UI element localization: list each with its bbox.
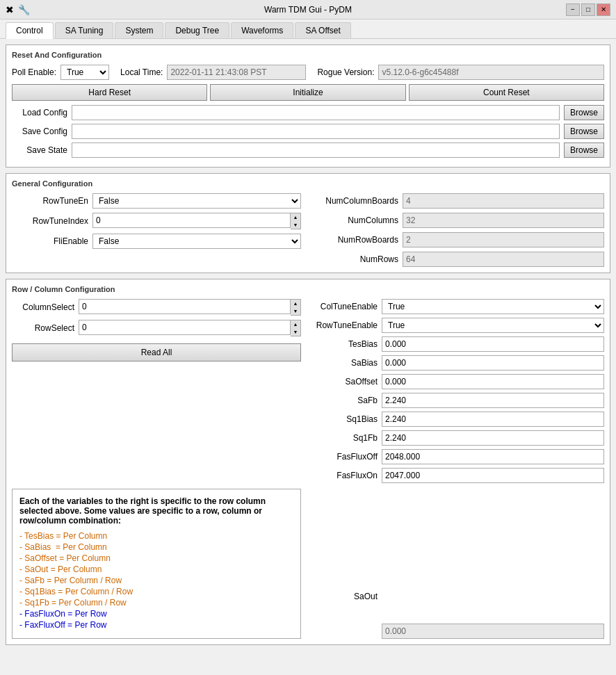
info-line-3: - SaOut = Per Column: [19, 564, 293, 574]
load-config-browse[interactable]: Browse: [564, 105, 604, 120]
column-select-spinbox: 0 ▲ ▼: [79, 299, 301, 316]
column-select-label: ColumnSelect: [12, 302, 74, 312]
row-tune-index-spinbox: 0 ▲ ▼: [92, 213, 301, 229]
window-controls: − □ ✕: [566, 3, 610, 16]
app-icon: ✖: [6, 4, 14, 15]
sq1-fb-row: Sq1Fb 2.240: [315, 430, 604, 446]
sa-offset-input[interactable]: 0.000: [382, 374, 604, 389]
info-line-0: - TesBias = Per Column: [19, 531, 293, 541]
poll-enable-row: Poll Enable: True False Local Time: 2022…: [12, 65, 604, 80]
load-config-row: Load Config Browse: [12, 105, 604, 120]
row-select-up[interactable]: ▲: [291, 320, 300, 328]
info-line-7: - FasFluxOn = Per Row: [19, 609, 293, 619]
row-tune-index-up[interactable]: ▲: [291, 213, 300, 221]
save-config-browse[interactable]: Browse: [564, 124, 604, 139]
fas-flux-off-input[interactable]: 2048.000: [382, 449, 604, 464]
col-tune-enable-label: ColTuneEnable: [315, 302, 378, 311]
num-row-boards-label: NumRowBoards: [315, 235, 398, 245]
row-tune-index-down[interactable]: ▼: [291, 221, 300, 229]
tab-control[interactable]: Control: [6, 22, 54, 39]
save-state-row: Save State Browse: [12, 143, 604, 158]
save-state-input[interactable]: [72, 143, 560, 158]
num-columns-label: NumColumns: [315, 215, 398, 225]
sa-offset-row: SaOffset 0.000: [315, 374, 604, 389]
col-tune-enable-select[interactable]: True False: [382, 299, 604, 314]
tab-debug-tree[interactable]: Debug Tree: [165, 22, 229, 38]
fli-enable-label: FliEnable: [12, 236, 88, 246]
column-select-row: ColumnSelect 0 ▲ ▼: [12, 299, 301, 316]
info-line-4: - SaFb = Per Column / Row: [19, 576, 293, 585]
row-tune-en-select[interactable]: False True: [92, 193, 301, 209]
row-select-row: RowSelect 0 ▲ ▼: [12, 320, 301, 336]
window-title: Warm TDM Gui - PyDM: [264, 5, 352, 15]
local-time-label: Local Time:: [120, 67, 163, 77]
sa-out-label: SaOut: [315, 592, 378, 601]
row-select-label: RowSelect: [12, 323, 74, 333]
general-config-grid: RowTuneEn False True RowTuneIndex 0 ▲ ▼: [12, 193, 604, 267]
sq1-bias-input[interactable]: 2.240: [382, 412, 604, 427]
sa-bias-row: SaBias 0.000: [315, 355, 604, 371]
count-reset-button[interactable]: Count Reset: [409, 84, 604, 101]
fli-enable-select[interactable]: False True: [92, 234, 301, 249]
sq1-fb-input[interactable]: 2.240: [382, 430, 604, 446]
num-column-boards-row: NumColumnBoards 4: [315, 193, 604, 209]
num-rows-row: NumRows 64: [315, 252, 604, 267]
sa-out-area: SaOut 0.000: [315, 489, 604, 639]
save-config-input[interactable]: [72, 124, 560, 139]
title-bar: ✖ 🔧 Warm TDM Gui - PyDM − □ ✕: [0, 0, 616, 19]
column-select-up[interactable]: ▲: [291, 300, 300, 307]
fli-enable-row: FliEnable False True: [12, 234, 301, 249]
row-tune-index-input[interactable]: 0: [92, 213, 291, 228]
sa-fb-input[interactable]: 2.240: [382, 393, 604, 408]
tab-system[interactable]: System: [115, 22, 163, 38]
save-state-label: Save State: [12, 145, 67, 155]
minimize-button[interactable]: −: [566, 3, 580, 16]
num-columns-row: NumColumns 32: [315, 213, 604, 228]
maximize-button[interactable]: □: [581, 3, 595, 16]
row-tune-enable-label: RowTuneEnable: [315, 320, 378, 330]
column-select-arrows: ▲ ▼: [291, 299, 301, 316]
save-state-browse[interactable]: Browse: [564, 143, 604, 158]
save-config-label: Save Config: [12, 127, 67, 136]
read-all-button[interactable]: Read All: [12, 343, 301, 361]
fas-flux-off-row: FasFluxOff 2048.000: [315, 449, 604, 464]
row-tune-en-label: RowTuneEn: [12, 196, 88, 206]
tes-bias-label: TesBias: [315, 339, 378, 349]
row-col-left: ColumnSelect 0 ▲ ▼ RowSelect 0: [12, 299, 301, 483]
load-config-label: Load Config: [12, 108, 67, 117]
general-section: General Configuration RowTuneEn False Tr…: [6, 173, 610, 273]
num-row-boards-row: NumRowBoards 2: [315, 232, 604, 247]
row-select-down[interactable]: ▼: [291, 328, 300, 336]
num-rows-value: 64: [403, 252, 604, 267]
general-section-title: General Configuration: [12, 179, 604, 188]
tab-waveforms[interactable]: Waveforms: [231, 22, 293, 38]
poll-enable-select[interactable]: True False: [60, 65, 109, 80]
row-tune-enable-row: RowTuneEnable True False: [315, 318, 604, 333]
close-button[interactable]: ✕: [597, 3, 610, 16]
fas-flux-on-input[interactable]: 2047.000: [382, 468, 604, 483]
sa-bias-input[interactable]: 0.000: [382, 355, 604, 371]
load-config-input[interactable]: [72, 105, 560, 120]
reset-section: Reset And Configuration Poll Enable: Tru…: [6, 44, 610, 168]
info-line-8: - FaxFluxOff = Per Row: [19, 620, 293, 630]
num-columns-value: 32: [403, 213, 604, 228]
sa-fb-row: SaFb 2.240: [315, 393, 604, 408]
info-bold-text: Each of the variables to the right is sp…: [19, 496, 293, 526]
tab-sa-offset[interactable]: SA Offset: [295, 22, 350, 38]
tes-bias-input[interactable]: 0.000: [382, 336, 604, 352]
row-select-input[interactable]: 0: [79, 320, 291, 335]
info-line-5: - Sq1Bias = Per Column / Row: [19, 587, 293, 596]
hard-reset-button[interactable]: Hard Reset: [12, 84, 207, 101]
info-box: Each of the variables to the right is sp…: [12, 489, 301, 639]
title-bar-icons: ✖ 🔧: [6, 4, 30, 15]
column-select-input[interactable]: 0: [79, 299, 291, 314]
sa-bias-label: SaBias: [315, 358, 378, 368]
column-select-down[interactable]: ▼: [291, 307, 300, 315]
initialize-button[interactable]: Initialize: [210, 84, 405, 101]
sq1-bias-label: Sq1Bias: [315, 414, 378, 424]
row-tune-enable-select[interactable]: True False: [382, 318, 604, 333]
row-select-arrows: ▲ ▼: [291, 320, 301, 336]
tab-sa-tuning[interactable]: SA Tuning: [55, 22, 114, 38]
info-line-2: - SaOffset = Per Column: [19, 553, 293, 563]
sa-offset-label: SaOffset: [315, 377, 378, 387]
